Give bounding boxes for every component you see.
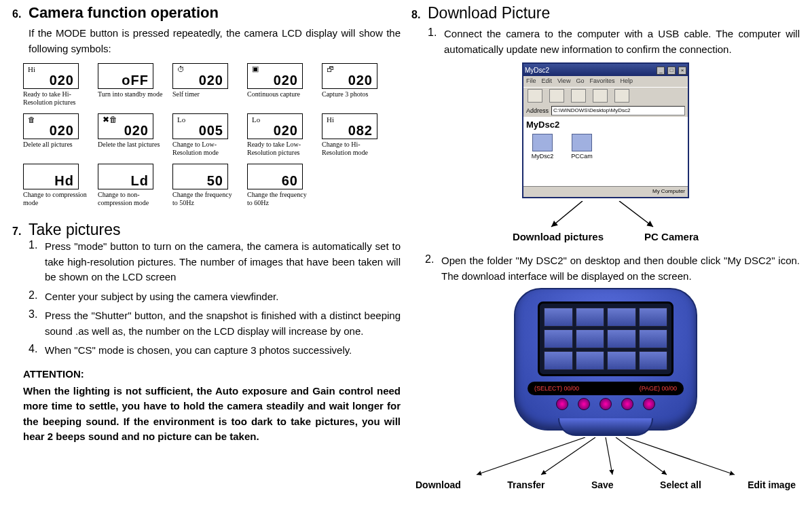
thumb-slot xyxy=(607,308,636,327)
explorer-body: MyDsc2 MyDsc2PCCam xyxy=(523,117,688,186)
file-icon xyxy=(572,134,592,151)
section-7-title: Take pictures xyxy=(29,221,121,239)
lcd-main-value: Hd xyxy=(54,174,77,187)
desktop-icon[interactable]: MyDsc2 xyxy=(529,134,556,160)
lcd-cell: ▣020Continuous capture xyxy=(247,63,315,107)
explorer-icons: MyDsc2PCCam xyxy=(526,134,685,160)
icon-label: MyDsc2 xyxy=(529,153,556,160)
step-item: 3.Press the "Shutter" button, and the sn… xyxy=(29,308,401,339)
toolbar-forward-icon[interactable] xyxy=(549,89,564,103)
step-text: Center your subject by using the camera … xyxy=(42,289,401,305)
menu-item[interactable]: File xyxy=(526,77,536,86)
step-item: 4.When "CS" mode is chosen, you can capt… xyxy=(29,343,401,359)
lcd-main-value: Ld xyxy=(131,174,151,187)
lcd-cell: Lo020Ready to take Low-Resolution pictur… xyxy=(247,113,315,157)
section-7-header: 7. Take pictures xyxy=(12,221,401,239)
lcd-top-indicator: ✖🗑 xyxy=(100,115,117,124)
device-thumbnail-grid xyxy=(538,302,673,376)
device-button-3[interactable] xyxy=(599,398,612,410)
left-column: 6. Camera function operation If the MODE… xyxy=(7,4,406,529)
lcd-cell: Lo005Change to Low-Resolution mode xyxy=(172,113,240,157)
minimize-button[interactable]: _ xyxy=(657,67,665,75)
icon-label: PCCam xyxy=(568,153,595,160)
lcd-display: 🗑020 xyxy=(23,113,79,139)
svg-line-4 xyxy=(606,437,612,475)
device-page-readout: (PAGE) 00/00 xyxy=(640,385,677,392)
section-8-number: 8. xyxy=(411,9,428,21)
device-button-row xyxy=(551,398,660,410)
lcd-display: oFF xyxy=(98,63,153,89)
step-text: Press the "Shutter" button, and the snap… xyxy=(42,308,401,339)
explorer-addressbar: Address C:\WINDOWS\Desktop\MyDsc2 xyxy=(523,105,688,117)
device-button-5[interactable] xyxy=(643,398,655,410)
step-number: 2. xyxy=(29,289,42,305)
toolbar-up-icon[interactable] xyxy=(571,89,586,103)
section-7-number: 7. xyxy=(12,225,29,238)
lcd-cell: ⏱020Self timer xyxy=(172,63,240,107)
window-buttons: _ □ × xyxy=(656,66,686,75)
lcd-top-indicator: Lo xyxy=(174,115,185,124)
thumb-slot xyxy=(639,308,668,327)
explorer-toolbar xyxy=(523,87,688,105)
attention-heading: ATTENTION: xyxy=(23,368,401,380)
lcd-cell: 🗑020Delete all pictures xyxy=(23,113,91,157)
explorer-statusbar: My Computer xyxy=(523,186,688,197)
section-8-step-1: 1. Connect the camera to the computer wi… xyxy=(428,26,800,57)
lcd-cell: HdChange to compression mode xyxy=(23,164,91,207)
lcd-caption: Change to Hi-Resolution mode xyxy=(322,141,387,157)
lcd-top-indicator: ⏱ xyxy=(174,65,185,73)
menu-item[interactable]: Favorites xyxy=(589,77,614,86)
menu-item[interactable]: View xyxy=(557,77,570,86)
menu-item[interactable]: Edit xyxy=(542,77,553,86)
svg-line-1 xyxy=(619,201,653,227)
thumb-slot xyxy=(544,329,573,348)
lcd-display: ⏱020 xyxy=(172,63,228,89)
lcd-display: 60 xyxy=(247,164,303,189)
maximize-button[interactable]: □ xyxy=(667,67,676,75)
device-illustration: (SELECT) 00/00 (PAGE) 00/00 xyxy=(514,288,697,431)
lcd-caption: Capture 3 photos xyxy=(322,90,387,98)
lcd-caption: Ready to take Hi-Resolution pictures xyxy=(23,90,88,107)
lcd-cell: 50Change the frequency to 50Hz xyxy=(172,164,240,207)
device-body: (SELECT) 00/00 (PAGE) 00/00 xyxy=(514,288,697,431)
menu-item[interactable]: Go xyxy=(576,77,584,86)
section-8-step-2: 2. Open the folder "My DSC2" on desktop … xyxy=(425,253,800,284)
address-field[interactable]: C:\WINDOWS\Desktop\MyDsc2 xyxy=(551,106,685,115)
lcd-display: Hd xyxy=(23,164,79,189)
lcd-display: 50 xyxy=(172,164,228,189)
device-button-2[interactable] xyxy=(578,398,590,410)
close-button[interactable]: × xyxy=(678,67,686,75)
thumb-slot xyxy=(576,329,605,348)
step-number: 1. xyxy=(29,239,42,285)
section-6-intro: If the MODE button is pressed repeatedly… xyxy=(29,26,401,56)
device-button-1[interactable] xyxy=(556,398,568,410)
device-button-4[interactable] xyxy=(621,398,633,410)
lcd-display: ✖🗑020 xyxy=(98,113,153,139)
lcd-cell: 🗗020Capture 3 photos xyxy=(322,63,390,107)
toolbar-cut-icon[interactable] xyxy=(593,89,608,103)
step-1-number: 1. xyxy=(428,26,441,57)
lcd-caption: Ready to take Low-Resolution pictures xyxy=(247,141,312,157)
explorer-titlebar: MyDsc2 _ □ × xyxy=(523,64,688,76)
lcd-cell: ✖🗑020Delete the last pictures xyxy=(98,113,166,157)
section-6-header: 6. Camera function operation xyxy=(12,4,401,22)
menu-item[interactable]: Help xyxy=(620,77,633,86)
lcd-display: ▣020 xyxy=(247,63,303,89)
toolbar-copy-icon[interactable] xyxy=(614,89,629,103)
lcd-caption: Change the frequency to 50Hz xyxy=(172,191,238,207)
top-callout-labels: Download pictures PC Camera xyxy=(411,231,800,242)
step-1-text: Connect the camera to the computer with … xyxy=(441,26,800,57)
lcd-caption: Change to compression mode xyxy=(23,191,88,207)
lcd-top-indicator: 🗗 xyxy=(324,65,334,73)
desktop-icon[interactable]: PCCam xyxy=(568,134,595,160)
label-select-all: Select all xyxy=(660,479,701,490)
thumb-slot xyxy=(576,351,605,370)
label-edit-image: Edit image xyxy=(748,479,796,490)
toolbar-back-icon[interactable] xyxy=(528,89,542,103)
thumb-slot xyxy=(639,329,668,348)
status-text: My Computer xyxy=(652,188,685,194)
label-pc-camera: PC Camera xyxy=(644,231,699,242)
explorer-title: MyDsc2 xyxy=(525,67,549,74)
lcd-main-value: 020 xyxy=(274,73,301,87)
thumb-slot xyxy=(639,351,668,370)
